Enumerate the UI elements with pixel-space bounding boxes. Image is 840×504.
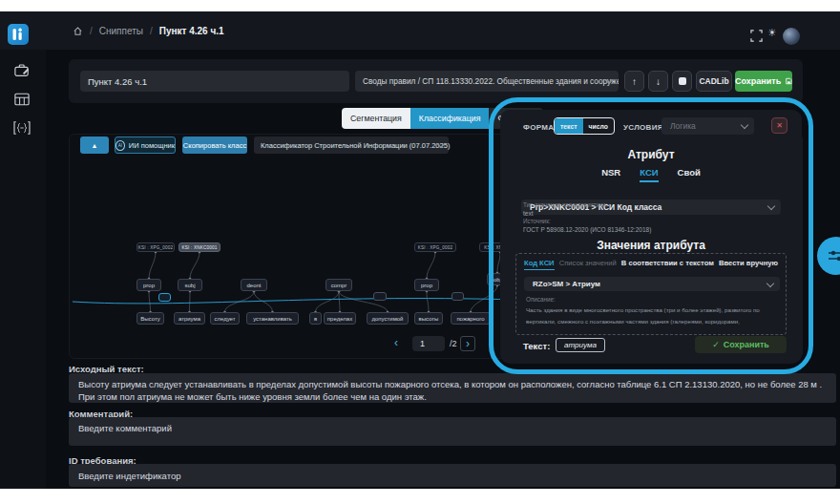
graph-node-m5[interactable]: prop	[414, 279, 439, 291]
tab-1[interactable]: Сегментация	[342, 108, 410, 129]
home-icon[interactable]	[73, 26, 83, 36]
sidebar	[0, 50, 46, 489]
next-page-button[interactable]: ›	[460, 336, 475, 351]
chevron-down-icon	[766, 279, 774, 286]
attr-tab-КСИ[interactable]: КСИ	[640, 167, 658, 182]
upload-icon: ↑	[632, 76, 637, 87]
snippet-name-input[interactable]: Пункт 4.26 ч.1	[80, 71, 349, 92]
graph-node-k3[interactable]: KSI : XPG_0002	[414, 242, 456, 252]
requirement-id-input[interactable]: Введите индетификатор	[69, 464, 836, 487]
attribute-values-heading: Значения атрибута	[500, 239, 802, 252]
page-total: /2	[450, 339, 457, 348]
conditions-select[interactable]: Логика	[662, 117, 754, 135]
format-toggle: текстчисло	[554, 117, 615, 135]
graph-node-k1[interactable]: KSI : XPG_0002	[136, 242, 175, 252]
comment-input[interactable]: Введите комментарий	[69, 417, 836, 446]
graph-node-m2[interactable]: subj	[178, 279, 202, 291]
format-option-текст[interactable]: текст	[555, 118, 583, 134]
value-type: text	[523, 210, 651, 219]
graph-node-m4[interactable]: compr	[326, 279, 352, 291]
graph-node-w1[interactable]: Высоту	[136, 312, 164, 325]
avatar[interactable]	[783, 28, 800, 45]
graph-node-w8[interactable]: высоты	[414, 312, 443, 325]
conditions-label: УСЛОВИЯ:	[623, 123, 666, 132]
description-text: Часть здания в виде многосветного простр…	[526, 306, 760, 326]
code-brackets-icon[interactable]	[12, 120, 32, 139]
value-description: Описание: Часть здания в виде многосветн…	[526, 296, 778, 326]
check-icon: ✓	[712, 340, 720, 349]
panel-save-button[interactable]: ✓ Сохранить	[695, 336, 787, 353]
theme-sun-icon[interactable]: ☀	[767, 27, 777, 39]
graph-node-c2[interactable]	[373, 292, 387, 301]
app-logo[interactable]	[8, 24, 29, 45]
text-label: Текст:	[523, 341, 550, 351]
graph-node-w3[interactable]: следует	[210, 312, 240, 325]
graph-node-w9[interactable]: пожарного	[451, 312, 491, 325]
chevron-down-icon	[767, 202, 775, 210]
cadlib-button[interactable]: CADLib	[696, 71, 732, 92]
page-input[interactable]: 1	[412, 336, 445, 351]
value-select-value: RZo>SM > Атриум	[533, 280, 600, 288]
source-text-box: Высоту атриума следует устанавливать в п…	[69, 373, 836, 403]
attr-tab-NSR[interactable]: NSR	[601, 167, 620, 182]
source-label: Источник:	[523, 218, 651, 226]
breadcrumb-separator: /	[150, 26, 153, 36]
chevron-down-icon	[741, 121, 748, 129]
archive-button[interactable]	[672, 71, 692, 92]
graph-node-w7[interactable]: допустимой	[367, 312, 409, 325]
attribute-info: Тип значения характеристики: text Источн…	[523, 201, 651, 234]
download-icon: ↓	[656, 76, 661, 87]
breadcrumb-item-snippets[interactable]: Сниппеты	[99, 26, 143, 36]
text-value-box[interactable]: атриума	[556, 338, 605, 352]
value-tabs: Код КСИСписок значенийВ соответствии с т…	[524, 259, 778, 270]
sliders-icon	[828, 249, 840, 262]
graph-node-m3[interactable]: deont	[241, 279, 267, 291]
breadcrumb: / Сниппеты / Пункт 4.26 ч.1	[73, 11, 224, 50]
value-tab-1[interactable]: Код КСИ	[524, 259, 555, 270]
format-option-число[interactable]: число	[583, 118, 614, 134]
graph-node-w2[interactable]: атриума	[174, 312, 205, 325]
save-button-label: Сохранить	[735, 76, 781, 86]
breadcrumb-item-current: Пункт 4.26 ч.1	[159, 26, 224, 36]
panel-save-label: Сохранить	[724, 340, 769, 349]
graph-node-k2[interactable]: KSI : XNKC0001	[178, 242, 220, 252]
value-select[interactable]: RZo>SM > Атриум	[524, 277, 780, 291]
tab-2[interactable]: Классификация	[410, 108, 490, 129]
prev-page-icon[interactable]: ‹	[394, 337, 398, 348]
attribute-panel: ФОРМАТ: текстчисло УСЛОВИЯ: Логика ✕ Атр…	[500, 110, 802, 364]
graph-node-w6[interactable]: пределах	[324, 312, 356, 325]
document-select[interactable]: Своды правил / СП 118.13330.2022. Общест…	[355, 71, 619, 92]
logo-glyph	[8, 24, 29, 45]
download-button[interactable]: ↓	[648, 71, 668, 92]
next-page-icon: ›	[466, 338, 470, 349]
snippets-edit-icon[interactable]	[13, 63, 31, 82]
table-icon[interactable]	[13, 92, 31, 111]
graph-node-w4[interactable]: устанавливать	[246, 312, 299, 325]
graph-node-w5[interactable]: в	[309, 312, 322, 325]
close-panel-button[interactable]: ✕	[771, 117, 788, 134]
value-tab-3[interactable]: В соответствии с текстом	[621, 259, 714, 270]
value-tab-2[interactable]: Список значений	[559, 259, 617, 270]
source-value: ГОСТ Р 58908.12-2020 (ИСО 81346-12:2018)	[523, 226, 651, 235]
graph-node-m1[interactable]: prop	[136, 279, 161, 291]
document-select-value: Своды правил / СП 118.13330.2022. Общест…	[363, 76, 619, 86]
description-label: Описание:	[526, 296, 778, 304]
value-type-label: Тип значения характеристики:	[523, 201, 651, 210]
floppy-icon	[786, 77, 792, 85]
box-icon	[679, 77, 686, 85]
conditions-select-value: Логика	[670, 121, 696, 131]
breadcrumb-separator: /	[90, 26, 93, 36]
attr-tab-Свой[interactable]: Свой	[678, 167, 701, 182]
values-box: Код КСИСписок значенийВ соответствии с т…	[515, 253, 787, 335]
save-button[interactable]: Сохранить	[735, 71, 792, 92]
graph-node-c1[interactable]	[158, 293, 171, 302]
attribute-heading: Атрибут	[500, 148, 802, 161]
fullscreen-icon[interactable]	[750, 29, 763, 46]
close-icon: ✕	[776, 121, 783, 130]
upload-button[interactable]: ↑	[624, 71, 644, 92]
graph-node-c3[interactable]	[452, 292, 464, 301]
app-screen: / Сниппеты / Пункт 4.26 ч.1 ☀ Пункт 4	[0, 0, 840, 504]
value-tab-4[interactable]: Ввести вручную	[719, 259, 778, 270]
attribute-tabs: NSRКСИСвой	[500, 167, 802, 182]
